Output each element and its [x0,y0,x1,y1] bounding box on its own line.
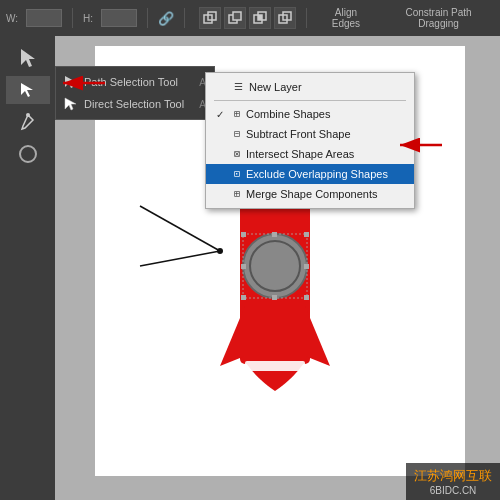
align-edges-button[interactable]: Align Edges [317,5,375,31]
icon-intersect: ⊠ [234,148,240,160]
svg-point-29 [217,248,223,254]
arrow-tool-indicator [55,71,110,101]
tool-circle[interactable] [6,140,50,168]
w-input[interactable] [26,9,62,27]
label-exclude: Exclude Overlapping Shapes [246,168,388,180]
watermark-cn-text: 江苏鸿网互联 [414,467,492,485]
svg-point-11 [26,113,30,117]
menu-divider-1 [214,100,406,101]
svg-rect-6 [258,15,262,20]
toolbar: W: H: 🔗 Align Edges Constrain Path Dragg… [0,0,500,36]
tool-arrow[interactable] [6,44,50,72]
h-input[interactable] [101,9,137,27]
menu-item-combine[interactable]: ✓ ⊞ Combine Shapes [206,104,414,124]
h-label: H: [83,13,93,24]
label-new-layer: New Layer [249,81,302,93]
icon-combine: ⊞ [234,108,240,120]
svg-rect-20 [304,232,309,237]
icon-exclude: ⊡ [234,168,240,180]
tool-pen[interactable] [6,108,50,136]
svg-line-28 [140,251,220,266]
arrow-menu-indicator [392,133,447,163]
menu-item-intersect[interactable]: ⊠ Intersect Shape Areas [206,144,414,164]
left-panel [0,36,55,500]
separator-3 [184,8,185,28]
menu-item-merge[interactable]: ⊞ Merge Shape Components [206,184,414,204]
tool-path-selection[interactable] [6,76,50,104]
label-merge: Merge Shape Components [246,188,377,200]
exclude-icon[interactable] [274,7,296,29]
icon-new-layer: ☰ [234,81,243,93]
subtract-icon[interactable] [224,7,246,29]
label-combine: Combine Shapes [246,108,330,120]
svg-marker-10 [21,83,33,97]
svg-rect-15 [245,361,305,371]
icon-merge: ⊞ [234,188,240,200]
w-label: W: [6,13,18,24]
path-mode-icons [199,7,296,29]
label-subtract: Subtract Front Shape [246,128,351,140]
icon-subtract: ⊟ [234,128,240,140]
watermark-url: 6BIDC.CN [430,485,477,496]
dropdown-menu: ☰ New Layer ✓ ⊞ Combine Shapes ⊟ Subtrac… [205,72,415,209]
label-intersect: Intersect Shape Areas [246,148,354,160]
intersect-icon[interactable] [249,7,271,29]
separator-2 [147,8,148,28]
separator-1 [72,8,73,28]
svg-marker-9 [21,49,35,67]
svg-rect-3 [233,12,241,20]
svg-rect-22 [304,295,309,300]
svg-line-27 [140,206,220,251]
check-combine: ✓ [216,109,228,120]
separator-4 [306,8,307,28]
menu-item-new-layer[interactable]: ☰ New Layer [206,77,414,97]
menu-item-exclude[interactable]: ⊡ Exclude Overlapping Shapes [206,164,414,184]
combine-icon[interactable] [199,7,221,29]
canvas-area: Path Selection Tool A Direct Selection T… [0,36,500,500]
menu-item-subtract[interactable]: ⊟ Subtract Front Shape [206,124,414,144]
watermark: 江苏鸿网互联 6BIDC.CN [406,463,500,500]
constrain-button[interactable]: Constrain Path Dragging [383,5,494,31]
svg-rect-26 [304,264,309,269]
chain-icon: 🔗 [158,11,174,26]
